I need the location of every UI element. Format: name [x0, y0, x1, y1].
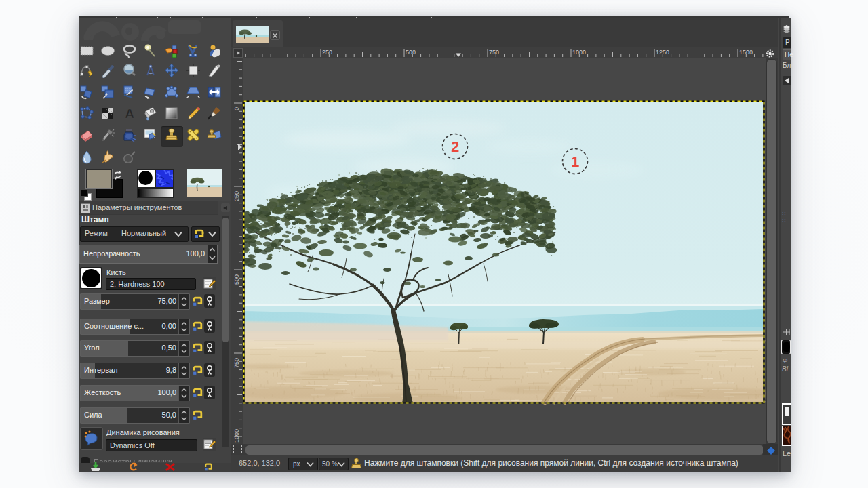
svg-text:1250: 1250 [656, 49, 669, 56]
svg-text:1000: 1000 [572, 49, 586, 56]
svg-text:750: 750 [489, 49, 499, 56]
svg-text:500: 500 [233, 274, 240, 285]
svg-text:750: 750 [233, 358, 240, 368]
svg-text:1000: 1000 [233, 429, 240, 443]
svg-text:500: 500 [406, 49, 416, 56]
svg-text:0: 0 [233, 107, 240, 110]
svg-text:1: 1 [571, 153, 579, 170]
svg-text:250: 250 [322, 49, 332, 56]
svg-text:1500: 1500 [739, 49, 753, 56]
svg-text:2: 2 [451, 138, 459, 155]
svg-text:A: A [125, 106, 134, 121]
svg-text:250: 250 [233, 191, 240, 201]
